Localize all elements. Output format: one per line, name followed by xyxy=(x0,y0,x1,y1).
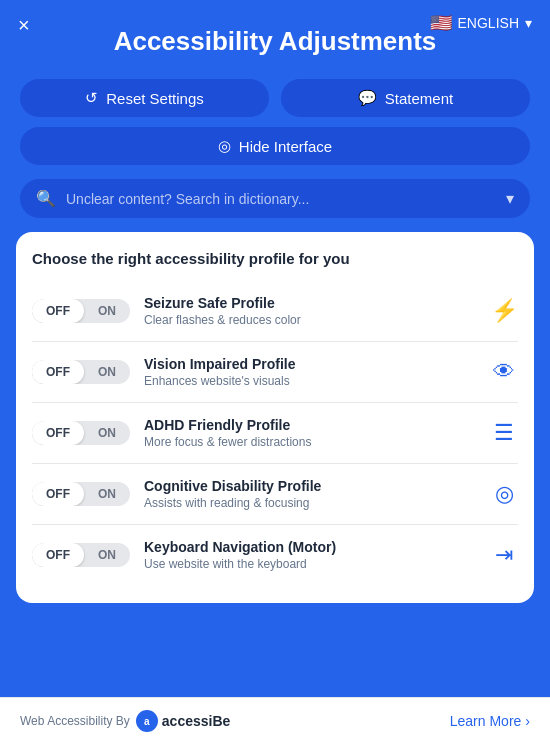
toggle-on-button[interactable]: ON xyxy=(84,421,130,445)
hide-row: ◎ Hide Interface xyxy=(0,117,550,165)
footer-bar: Web Accessibility By a accessiBe Learn M… xyxy=(0,697,550,744)
hide-label: Hide Interface xyxy=(239,138,332,155)
profile-icon: ☰ xyxy=(490,420,518,446)
profile-item: OFF ON ADHD Friendly Profile More focus … xyxy=(32,403,518,464)
toggle-on-button[interactable]: ON xyxy=(84,482,130,506)
search-icon: 🔍 xyxy=(36,189,56,208)
web-accessibility-label: Web Accessibility By xyxy=(20,714,130,728)
toggle-group[interactable]: OFF ON xyxy=(32,543,130,567)
profile-info: Cognitive Disability Profile Assists wit… xyxy=(144,478,476,510)
profile-item: OFF ON Vision Impaired Profile Enhances … xyxy=(32,342,518,403)
profile-description: Enhances website's visuals xyxy=(144,374,476,388)
profile-icon: ⚡ xyxy=(490,298,518,324)
language-label: ENGLISH xyxy=(458,15,519,31)
profiles-title: Choose the right accessibility profile f… xyxy=(32,250,518,267)
accessibe-logo: a accessiBe xyxy=(136,710,231,732)
close-button[interactable]: × xyxy=(18,14,30,37)
statement-icon: 💬 xyxy=(358,89,377,107)
hide-icon: ◎ xyxy=(218,137,231,155)
flag-icon: 🇺🇸 xyxy=(430,12,452,34)
toggle-off-button[interactable]: OFF xyxy=(32,421,84,445)
accessibe-icon: a xyxy=(136,710,158,732)
language-selector[interactable]: 🇺🇸 ENGLISH ▾ xyxy=(430,12,532,34)
reset-icon: ↺ xyxy=(85,89,98,107)
toggle-group[interactable]: OFF ON xyxy=(32,482,130,506)
search-chevron-icon: ▾ xyxy=(506,189,514,208)
chevron-down-icon: ▾ xyxy=(525,15,532,31)
statement-label: Statement xyxy=(385,90,453,107)
profile-icon: 👁 xyxy=(490,359,518,385)
accessibe-name: accessiBe xyxy=(162,713,231,729)
profile-item: OFF ON Keyboard Navigation (Motor) Use w… xyxy=(32,525,518,585)
profile-info: Vision Impaired Profile Enhances website… xyxy=(144,356,476,388)
toggle-on-button[interactable]: ON xyxy=(84,360,130,384)
toggle-off-button[interactable]: OFF xyxy=(32,299,84,323)
close-icon: × xyxy=(18,14,30,37)
toggle-on-button[interactable]: ON xyxy=(84,543,130,567)
toggle-group[interactable]: OFF ON xyxy=(32,360,130,384)
profile-name: Seizure Safe Profile xyxy=(144,295,476,311)
statement-button[interactable]: 💬 Statement xyxy=(281,79,530,117)
toolbar: ↺ Reset Settings 💬 Statement xyxy=(0,67,550,117)
toggle-off-button[interactable]: OFF xyxy=(32,543,84,567)
toggle-off-button[interactable]: OFF xyxy=(32,360,84,384)
learn-more-label: Learn More xyxy=(450,713,522,729)
search-bar: 🔍 ▾ xyxy=(20,179,530,218)
reset-settings-button[interactable]: ↺ Reset Settings xyxy=(20,79,269,117)
toggle-off-button[interactable]: OFF xyxy=(32,482,84,506)
profile-item: OFF ON Seizure Safe Profile Clear flashe… xyxy=(32,281,518,342)
profile-name: Keyboard Navigation (Motor) xyxy=(144,539,476,555)
learn-more-chevron-icon: › xyxy=(525,713,530,729)
profile-description: Clear flashes & reduces color xyxy=(144,313,476,327)
profile-description: Use website with the keyboard xyxy=(144,557,476,571)
toggle-group[interactable]: OFF ON xyxy=(32,421,130,445)
toggle-on-button[interactable]: ON xyxy=(84,299,130,323)
profile-name: Vision Impaired Profile xyxy=(144,356,476,372)
profile-description: Assists with reading & focusing xyxy=(144,496,476,510)
profile-info: Seizure Safe Profile Clear flashes & red… xyxy=(144,295,476,327)
profile-description: More focus & fewer distractions xyxy=(144,435,476,449)
profiles-list: OFF ON Seizure Safe Profile Clear flashe… xyxy=(32,281,518,585)
profile-item: OFF ON Cognitive Disability Profile Assi… xyxy=(32,464,518,525)
footer-left: Web Accessibility By a accessiBe xyxy=(20,710,230,732)
profile-info: Keyboard Navigation (Motor) Use website … xyxy=(144,539,476,571)
profiles-card: Choose the right accessibility profile f… xyxy=(16,232,534,603)
header: × 🇺🇸 ENGLISH ▾ Accessibility Adjustments xyxy=(0,0,550,67)
toggle-group[interactable]: OFF ON xyxy=(32,299,130,323)
reset-label: Reset Settings xyxy=(106,90,204,107)
hide-interface-button[interactable]: ◎ Hide Interface xyxy=(20,127,530,165)
profile-name: Cognitive Disability Profile xyxy=(144,478,476,494)
profile-info: ADHD Friendly Profile More focus & fewer… xyxy=(144,417,476,449)
profile-icon: ⇥ xyxy=(490,542,518,568)
learn-more-link[interactable]: Learn More › xyxy=(450,713,530,729)
profile-icon: ◎ xyxy=(490,481,518,507)
profile-name: ADHD Friendly Profile xyxy=(144,417,476,433)
search-input[interactable] xyxy=(66,191,496,207)
